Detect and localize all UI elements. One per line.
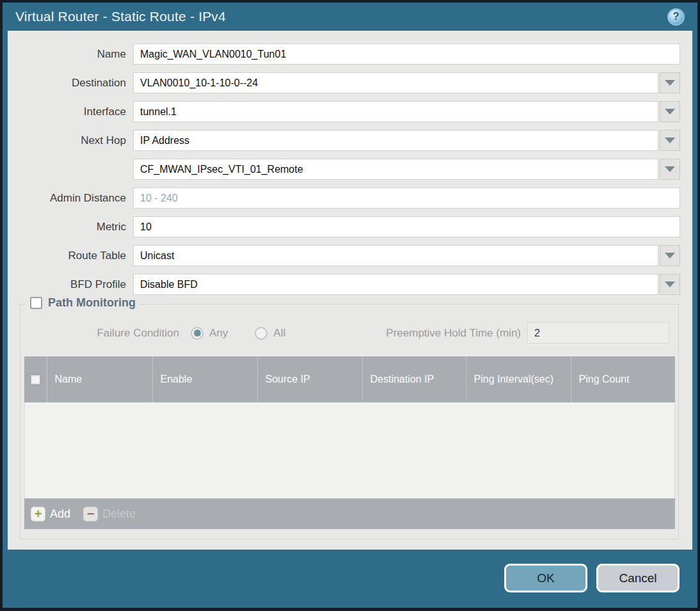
- radio-selected-dot: [194, 329, 201, 337]
- metric-input[interactable]: [133, 216, 680, 237]
- destination-row: Destination: [8, 72, 692, 93]
- destination-dropdown-button[interactable]: [660, 72, 680, 93]
- next-hop-address-row: [8, 159, 692, 180]
- route-table-row: Route Table: [8, 245, 692, 266]
- column-header-ping-interval: Ping Interval(sec): [466, 356, 571, 402]
- delete-button[interactable]: − Delete: [83, 507, 136, 521]
- add-button[interactable]: + Add: [31, 507, 70, 521]
- path-monitoring-checkbox[interactable]: [30, 297, 42, 309]
- admin-distance-label: Admin Distance: [8, 192, 133, 205]
- preemptive-hold-input[interactable]: [527, 322, 669, 344]
- dialog-body: Name Destination Interface: [8, 31, 692, 550]
- bfd-profile-input[interactable]: [133, 274, 658, 295]
- preemptive-hold-label: Preemptive Hold Time (min): [285, 327, 527, 340]
- destination-label: Destination: [8, 77, 133, 90]
- ok-button[interactable]: OK: [504, 564, 587, 592]
- failure-condition-all-option: All: [255, 327, 285, 340]
- failure-condition-any-option: Any: [191, 327, 228, 340]
- name-label: Name: [8, 48, 133, 61]
- chevron-down-icon: [665, 80, 675, 86]
- route-table-label: Route Table: [8, 250, 133, 262]
- table-header-row: Name Enable Source IP Destination IP Pin…: [24, 356, 675, 402]
- cancel-button[interactable]: Cancel: [596, 564, 680, 592]
- name-input[interactable]: [133, 44, 680, 65]
- next-hop-type-dropdown-button[interactable]: [660, 130, 680, 151]
- failure-condition-label: Failure Condition: [29, 327, 188, 340]
- path-monitoring-section: Path Monitoring Failure Condition Any Al…: [20, 304, 679, 539]
- metric-row: Metric: [8, 216, 692, 237]
- route-table-input[interactable]: [133, 245, 658, 266]
- admin-distance-input[interactable]: [133, 187, 680, 209]
- interface-input[interactable]: [133, 101, 658, 122]
- help-icon[interactable]: ?: [667, 8, 685, 26]
- radio-all[interactable]: [255, 327, 267, 340]
- dialog-titlebar: Virtual Router - Static Route - IPv4 ?: [3, 3, 697, 31]
- next-hop-address-input[interactable]: [133, 159, 658, 180]
- minus-icon: −: [83, 507, 98, 521]
- name-row: Name: [8, 44, 692, 65]
- next-hop-label: Next Hop: [8, 134, 133, 147]
- dialog-footer: OK Cancel: [3, 550, 697, 608]
- delete-button-label: Delete: [102, 507, 136, 521]
- add-button-label: Add: [50, 507, 70, 521]
- static-route-dialog: Virtual Router - Static Route - IPv4 ? N…: [0, 0, 700, 611]
- path-monitoring-legend: Path Monitoring: [26, 296, 140, 310]
- column-header-destination-ip: Destination IP: [362, 356, 466, 402]
- chevron-down-icon: [665, 109, 675, 115]
- select-all-checkbox[interactable]: [30, 374, 41, 385]
- table-body-empty: [24, 402, 675, 498]
- metric-label: Metric: [8, 221, 133, 234]
- chevron-down-icon: [665, 253, 675, 258]
- plus-icon: +: [31, 507, 45, 521]
- next-hop-row: Next Hop: [8, 130, 692, 151]
- bfd-profile-row: BFD Profile: [8, 274, 692, 295]
- column-header-name: Name: [47, 356, 152, 402]
- interface-dropdown-button[interactable]: [660, 101, 680, 122]
- column-header-source-ip: Source IP: [257, 356, 362, 402]
- interface-label: Interface: [8, 106, 133, 118]
- bfd-profile-label: BFD Profile: [8, 278, 133, 291]
- path-monitoring-title: Path Monitoring: [48, 296, 136, 310]
- bfd-profile-dropdown-button[interactable]: [660, 274, 680, 295]
- radio-all-label: All: [273, 327, 285, 340]
- admin-distance-row: Admin Distance: [8, 187, 692, 209]
- destination-input[interactable]: [133, 72, 658, 93]
- chevron-down-icon: [665, 166, 675, 172]
- route-table-dropdown-button[interactable]: [660, 245, 680, 266]
- next-hop-type-input[interactable]: [133, 130, 658, 151]
- chevron-down-icon: [665, 138, 675, 143]
- table-toolbar: + Add − Delete: [24, 498, 675, 529]
- help-icon-glyph: ?: [672, 10, 679, 23]
- failure-condition-row: Failure Condition Any All Preemptive Hol…: [20, 322, 678, 344]
- chevron-down-icon: [665, 282, 675, 287]
- interface-row: Interface: [8, 101, 692, 122]
- path-monitoring-table: Name Enable Source IP Destination IP Pin…: [24, 356, 675, 529]
- radio-any-label: Any: [209, 327, 228, 340]
- radio-any[interactable]: [191, 327, 203, 340]
- column-header-enable: Enable: [152, 356, 257, 402]
- column-header-ping-count: Ping Count: [571, 356, 675, 402]
- dialog-title: Virtual Router - Static Route - IPv4: [15, 9, 226, 24]
- next-hop-address-dropdown-button[interactable]: [660, 159, 680, 180]
